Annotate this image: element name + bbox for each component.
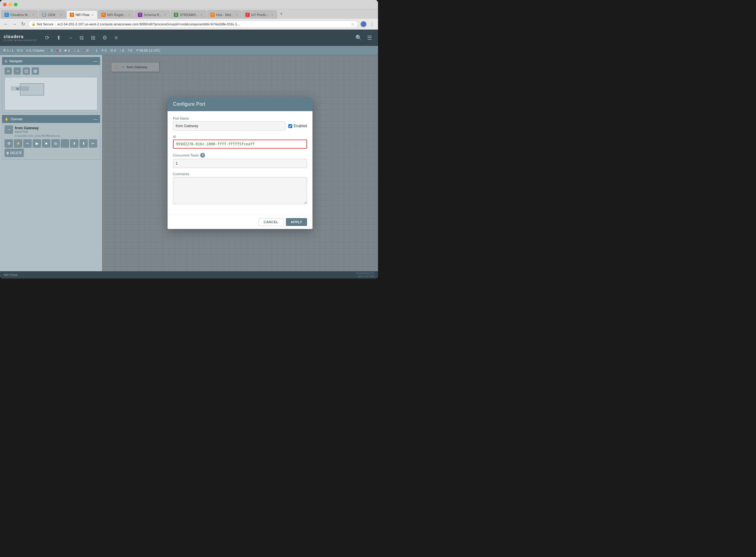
tab-close-cem[interactable]: ×	[59, 13, 62, 17]
running-icon: ●	[48, 49, 50, 52]
bookmark-icon[interactable]: ☆	[351, 22, 355, 27]
component-icon[interactable]: ⚙	[100, 33, 110, 42]
tab-iot[interactable]: I IoT Predic... ×	[242, 10, 277, 19]
tab-cloudera[interactable]: C Cloudera M... ×	[1, 10, 38, 19]
operate-stop-button[interactable]: ■	[42, 139, 51, 148]
controls-icon[interactable]: ≡	[112, 33, 121, 42]
operate-copy-button[interactable]: ⧉	[51, 139, 60, 148]
operate-scissors-button[interactable]: ✂	[23, 139, 32, 148]
layers-icon[interactable]: ⧉	[77, 33, 87, 42]
operate-component-icon: →	[4, 125, 13, 134]
cancel-button[interactable]: CANCEL	[259, 218, 283, 226]
flow-canvas[interactable]: ⚠ → from Gateway Configure Port	[102, 55, 378, 271]
concurrent-tasks-label-row: Concurrent Tasks ?	[173, 153, 307, 158]
url-separator: |	[55, 22, 56, 26]
tab-cem[interactable]: C CEM ×	[39, 10, 66, 19]
id-input[interactable]	[173, 140, 307, 149]
lock-icon: 🔒	[32, 22, 35, 26]
reload-button[interactable]: ↻	[20, 21, 26, 27]
comments-label-text: Comments	[173, 172, 189, 176]
tab-hue[interactable]: H Hue - Wel... ×	[207, 10, 242, 19]
navigate-title-row: ◎ Navigate	[4, 59, 22, 63]
profile-icon[interactable]: 👤	[361, 21, 366, 27]
url-bar[interactable]: 🔒 Not Secure | ec2-54-202-2-197.us-west-…	[28, 21, 358, 28]
back-button[interactable]: ←	[3, 22, 9, 27]
refresh-icon[interactable]: ⟳	[42, 33, 52, 42]
status-bar: ⚙ 1 / 1 ⊡ 0 ≡ 0 / 0 bytes ● 0 ■ 0 ▶ 2	[0, 46, 378, 55]
tab-streams[interactable]: S STREAMS... ×	[171, 10, 207, 19]
navigate-minimize-icon[interactable]: —	[93, 59, 97, 63]
maximize-button[interactable]	[14, 3, 18, 6]
close-button[interactable]	[3, 3, 7, 6]
tab-close-nifi-flow[interactable]: ×	[91, 13, 94, 17]
invalid-icon: ✗	[83, 48, 86, 52]
status-running: ● 0	[48, 49, 53, 52]
tab-label-cloudera: Cloudera M...	[10, 13, 30, 17]
operate-empty-button-1[interactable]	[61, 139, 69, 148]
more-options-icon[interactable]: ⋮	[369, 21, 375, 27]
arrow-right-icon[interactable]: →	[65, 33, 75, 42]
tab-label-schema: Schema R...	[144, 13, 162, 17]
tab-close-hue[interactable]: ×	[235, 13, 238, 17]
operate-empty-button-2[interactable]: ⬇	[70, 139, 79, 148]
zoom-in-button[interactable]: +	[4, 67, 12, 75]
operate-config-button[interactable]: ⚙	[4, 139, 13, 148]
operate-edit-button[interactable]: ✏	[89, 139, 97, 148]
address-bar: ← → ↻ 🔒 Not Secure | ec2-54-202-2-197.us…	[0, 19, 378, 30]
stale-icon: ↑	[120, 49, 121, 52]
modal-overlay: Configure Port Port Name	[102, 55, 378, 271]
grid-view-button[interactable]: ⊞	[32, 67, 39, 75]
enabled-checkbox[interactable]	[288, 124, 292, 128]
forward-button[interactable]: →	[11, 22, 18, 27]
comments-textarea[interactable]	[173, 177, 307, 204]
tab-nifi-reg[interactable]: N NiFi Regist... ×	[98, 10, 134, 19]
logo-text: cloudera	[4, 34, 38, 39]
enabled-label-text: Enabled	[294, 124, 307, 128]
upload-icon[interactable]: ⬆	[54, 33, 64, 42]
global-menu-icon[interactable]: ☰	[365, 33, 374, 42]
new-tab-button[interactable]: +	[278, 10, 285, 18]
tab-icon-schema: S	[138, 13, 142, 17]
search-icon[interactable]: 🔍	[354, 33, 364, 42]
fit-button[interactable]: ⊡	[23, 67, 30, 75]
operate-title-row: ✋ Operate	[4, 117, 23, 121]
concurrent-tasks-help-icon[interactable]: ?	[200, 153, 205, 158]
tab-close-cloudera[interactable]: ×	[32, 13, 35, 17]
mini-canvas-element-2	[16, 88, 19, 90]
mini-canvas[interactable]	[4, 77, 97, 110]
enabled-label[interactable]: Enabled	[288, 124, 307, 128]
tab-nifi-flow[interactable]: N NiFi Flow ×	[66, 10, 97, 19]
apply-button[interactable]: APPLY	[286, 218, 307, 226]
grid-icon[interactable]: ⊞	[88, 33, 98, 42]
stopped-value: 0	[59, 49, 61, 52]
tab-icon-cloudera: C	[4, 13, 9, 17]
operate-lightning-button[interactable]: ⚡	[14, 139, 22, 148]
logo-sub: FLOW MANAGEMENT	[4, 39, 38, 42]
port-name-input[interactable]	[173, 121, 285, 130]
zoom-out-button[interactable]: −	[13, 67, 21, 75]
navigate-panel-header: ◎ Navigate —	[2, 57, 100, 65]
tab-close-streams[interactable]: ×	[200, 13, 203, 17]
operate-delete-button[interactable]: 🗑 DELETE	[4, 149, 24, 157]
concurrent-tasks-input[interactable]	[173, 159, 307, 168]
operate-play-button[interactable]: ▶	[33, 139, 41, 148]
port-name-label: Port Name	[173, 117, 307, 120]
status-stopped: ■ 0	[57, 49, 61, 52]
left-panels: ◎ Navigate — + − ⊡ ⊞	[0, 55, 102, 271]
mini-canvas-viewport	[20, 83, 44, 95]
remote-value: 0	[21, 49, 22, 52]
tab-close-iot[interactable]: ×	[271, 13, 274, 17]
navigate-title: Navigate	[9, 59, 22, 63]
operate-component-name: from Gateway	[15, 126, 39, 130]
tab-close-nifi-reg[interactable]: ×	[128, 13, 131, 17]
operate-empty-button-3[interactable]: ⬆	[80, 139, 88, 148]
concurrent-tasks-field-group: Concurrent Tasks ?	[173, 153, 307, 168]
operate-actions: ⚙ ⚡ ✂ ▶ ■ ⧉ ⬇ ⬆ ✏ 🗑 DELET	[4, 139, 97, 157]
tab-close-schema[interactable]: ×	[164, 13, 167, 17]
remote-icon: ⊡	[17, 48, 20, 52]
operate-minimize-icon[interactable]: —	[93, 117, 97, 121]
minimize-button[interactable]	[8, 3, 12, 6]
tab-schema[interactable]: S Schema R... ×	[135, 10, 170, 19]
status-enabled: ▶ 2	[65, 48, 70, 52]
powered-by-text: POWERED BY	[356, 272, 374, 275]
